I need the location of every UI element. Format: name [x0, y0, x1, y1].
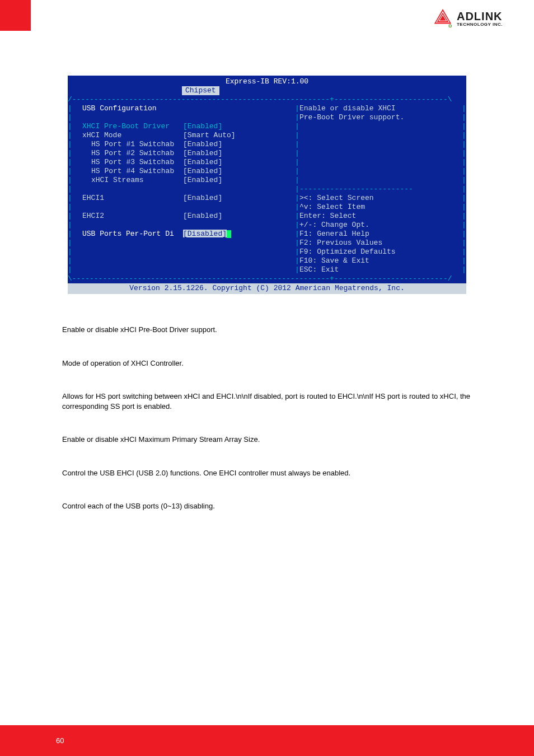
setting-ehci2[interactable]: EHCI2 [72, 212, 183, 221]
key-help-6: F9: Optimized Defaults [299, 248, 396, 256]
bios-title: Express-IB REV:1.00 [68, 76, 466, 86]
setting-hs3[interactable]: HS Port #3 Switchab [72, 158, 183, 167]
setting-usb-per-port-value[interactable]: [Disabled] [183, 230, 295, 239]
paragraph-2: Allows for HS port switching between xHC… [62, 391, 476, 411]
brand-name: ADLINK [457, 11, 503, 22]
paragraph-0: Enable or disable xHCI Pre-Boot Driver s… [62, 325, 476, 335]
key-help-0: ><: Select Screen [299, 194, 374, 203]
cursor-icon [227, 230, 231, 238]
key-help-5: F2: Previous Values [299, 239, 382, 248]
paragraph-3: Enable or disable xHCI Maximum Primary S… [62, 435, 476, 445]
paragraph-5: Control each of the USB ports (0~13) dis… [62, 501, 476, 511]
bios-tab-bar: Chipset [68, 86, 466, 95]
tab-chipset[interactable]: Chipset [182, 86, 219, 95]
setting-xhci-preboot[interactable]: XHCI Pre-Boot Driver [72, 122, 183, 131]
setting-ehci2-value[interactable]: [Enabled] [183, 212, 295, 221]
paragraph-4: Control the USB EHCI (USB 2.0) functions… [62, 468, 476, 478]
page-number: 60 [56, 736, 64, 745]
section-heading: USB Configuration [72, 104, 183, 113]
setting-usb-per-port[interactable]: USB Ports Per-Port Di [72, 230, 183, 239]
setting-hs3-value[interactable]: [Enabled] [183, 158, 295, 167]
help-text-line2: Pre-Boot Driver support. [299, 113, 404, 122]
setting-xhci-streams-value[interactable]: [Enabled] [183, 176, 295, 185]
box-border-top: /---------------------------------------… [68, 95, 466, 104]
setting-ehci1[interactable]: EHCI1 [72, 194, 183, 203]
help-text-line1: Enable or disable XHCI [299, 104, 396, 113]
bios-footer: Version 2.15.1226. Copyright (C) 2012 Am… [68, 283, 466, 294]
page-footer: 60 [0, 725, 534, 756]
document-body: Enable or disable xHCI Pre-Boot Driver s… [62, 325, 476, 535]
setting-xhci-streams[interactable]: xHCI Streams [72, 176, 183, 185]
setting-xhci-mode-value[interactable]: [Smart Auto] [183, 131, 295, 140]
logo-mark-icon [432, 8, 453, 29]
svg-point-5 [449, 25, 451, 27]
key-help-2: Enter: Select [299, 212, 356, 221]
brand-logo: ADLINK TECHNOLOGY INC. [432, 8, 503, 29]
setting-ehci1-value[interactable]: [Enabled] [183, 194, 295, 203]
brand-tagline: TECHNOLOGY INC. [457, 22, 503, 27]
box-border-bottom: \---------------------------------------… [68, 274, 466, 283]
key-help-8: ESC: Exit [299, 265, 339, 274]
key-help-4: F1: General Help [299, 230, 369, 239]
corner-decoration [0, 0, 31, 31]
key-help-3: +/-: Change Opt. [299, 221, 369, 230]
key-help-7: F10: Save & Exit [299, 256, 369, 265]
setting-hs2[interactable]: HS Port #2 Switchab [72, 149, 183, 158]
setting-xhci-mode[interactable]: xHCI Mode [72, 131, 183, 140]
paragraph-1: Mode of operation of XHCI Controller. [62, 358, 476, 368]
setting-hs4-value[interactable]: [Enabled] [183, 167, 295, 176]
setting-hs1[interactable]: HS Port #1 Switchab [72, 140, 183, 149]
setting-hs2-value[interactable]: [Enabled] [183, 149, 295, 158]
key-help-1: ^v: Select Item [299, 203, 365, 212]
setting-xhci-preboot-value[interactable]: [Enabled] [183, 122, 295, 131]
logo-text: ADLINK TECHNOLOGY INC. [457, 11, 503, 27]
setting-hs4[interactable]: HS Port #4 Switchab [72, 167, 183, 176]
setting-hs1-value[interactable]: [Enabled] [183, 140, 295, 149]
bios-screenshot: Express-IB REV:1.00 Chipset /-----------… [68, 76, 466, 294]
